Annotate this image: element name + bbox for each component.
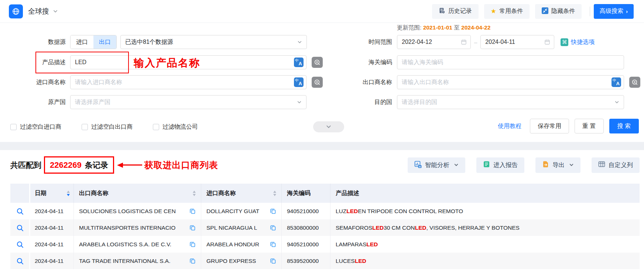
filter-checkbox[interactable]: 过滤物流公司 [153, 123, 198, 131]
topbar: 全球搜 历史记录 ★ 常用条件 隐藏条件 高级搜索 › [0, 0, 644, 23]
export-icon [542, 161, 549, 169]
exact-match-icon[interactable] [629, 77, 640, 88]
command-icon: ⌘ [561, 38, 568, 46]
advanced-search-button[interactable]: 高级搜索 › [594, 4, 634, 19]
history-button[interactable]: 历史记录 [432, 4, 479, 19]
cell-hs-code: 9405210000 [282, 236, 330, 253]
cell-importer[interactable]: DOLLARCITY GUAT [206, 208, 259, 215]
toggle-import[interactable]: 进口 [71, 35, 93, 49]
cell-importer[interactable]: ARABELA HONDUR [206, 241, 259, 248]
svg-text:BI: BI [419, 165, 421, 167]
calendar-icon [461, 39, 467, 45]
hide-conditions-button[interactable]: 隐藏条件 [535, 4, 582, 19]
annotation-text: 输入产品名称 [134, 56, 200, 70]
calendar-icon [544, 39, 550, 45]
translate-icon[interactable]: 中A [612, 77, 621, 87]
table-row: 2024-04-11 TAG TRADE INTERNATIONAL S.A. … [10, 253, 640, 269]
cell-hs-code: 8539520000 [282, 253, 330, 269]
result-actions: BI 智能分析 进入报告 导出 自定义列 [408, 157, 640, 173]
translate-icon[interactable]: 中A [294, 58, 304, 67]
row-search-icon[interactable] [16, 208, 24, 215]
chevron-down-icon[interactable] [454, 163, 459, 167]
exporter-input[interactable] [397, 75, 624, 89]
chevron-down-icon[interactable] [569, 163, 574, 167]
exact-match-icon[interactable] [312, 57, 323, 68]
cell-exporter[interactable]: SOLUCIONES LOGISTICAS DE CEN [79, 208, 176, 215]
hs-code-input[interactable] [397, 55, 624, 69]
header-importer[interactable]: 进口商名称 [201, 184, 282, 203]
header-product-desc: 产品描述 [330, 184, 640, 203]
date-to-input[interactable]: 2024-04-11 [480, 35, 554, 49]
chevron-right-icon: › [626, 8, 628, 14]
data-source-select[interactable]: 已选中81个数据源 [120, 35, 307, 49]
sort-icons[interactable] [67, 191, 70, 196]
export-button[interactable]: 导出 [535, 157, 580, 173]
collapse-icon [542, 7, 548, 15]
time-range-label: 时间范围 [340, 38, 392, 46]
save-favorite-button[interactable]: 保存常用 [530, 119, 569, 133]
exporter-label: 出口商名称 [340, 79, 392, 86]
columns-button[interactable]: 自定义列 [592, 157, 640, 173]
copy-icon[interactable] [270, 241, 276, 247]
quick-options-link[interactable]: ⌘ 快捷选项 [561, 38, 595, 46]
header-search-column [10, 184, 30, 203]
table-body: 2024-04-11 SOLUCIONES LOGISTICAS DE CEN … [10, 203, 640, 269]
cell-exporter[interactable]: TAG TRADE INTERNATIONAL S.A. [79, 258, 170, 264]
copy-icon[interactable] [270, 208, 276, 214]
title-chevron-down-icon[interactable] [53, 9, 58, 14]
sort-icons[interactable] [273, 191, 276, 196]
cell-date: 2024-04-11 [30, 236, 74, 253]
copy-icon[interactable] [189, 208, 196, 214]
reset-button[interactable]: 重 置 [575, 119, 603, 133]
importer-input[interactable] [70, 75, 306, 89]
row-search-icon[interactable] [16, 257, 24, 265]
copy-icon[interactable] [189, 241, 196, 247]
row-search-icon[interactable] [16, 241, 24, 248]
translate-icon[interactable]: 中A [294, 77, 304, 87]
row-search-icon[interactable] [16, 224, 24, 232]
results-annotation: 获取进出口商列表 [144, 159, 218, 171]
match-count-prefix: 共匹配到 [10, 160, 41, 170]
page-title: 全球搜 [28, 7, 49, 16]
cell-product-desc: LUCES LED [330, 253, 640, 269]
cell-product-desc: LAMPARAS LED [330, 236, 640, 253]
copy-icon[interactable] [270, 258, 276, 264]
copy-icon[interactable] [189, 225, 196, 231]
date-from-input[interactable]: 2022-04-12 [397, 35, 471, 49]
cell-importer[interactable]: GRUPO EXPRESS [206, 258, 256, 264]
cell-exporter[interactable]: ARABELA LOGISTICS S.A. DE C.V. [79, 241, 171, 248]
report-button[interactable]: 进入报告 [476, 157, 524, 173]
bi-analysis-button[interactable]: BI 智能分析 [408, 157, 465, 173]
form-collapse-button[interactable] [313, 121, 344, 132]
checkbox-box-icon[interactable] [153, 124, 159, 130]
header-date[interactable]: 日期 [30, 184, 74, 203]
header-exporter[interactable]: 出口商名称 [74, 184, 201, 203]
filter-checkbox[interactable]: 过滤空白出口商 [82, 123, 133, 131]
toggle-export[interactable]: 出口 [93, 35, 116, 49]
sort-icons[interactable] [193, 191, 196, 196]
search-button[interactable]: 搜 索 [609, 119, 639, 133]
tutorial-link[interactable]: 使用教程 [498, 122, 521, 130]
importer-label: 进口商名称 [10, 79, 66, 86]
checkbox-box-icon[interactable] [10, 124, 17, 130]
results-table: 日期 出口商名称 进口商名称 海关编码 产品描述 [10, 184, 640, 269]
favorites-button[interactable]: ★ 常用条件 [484, 4, 530, 19]
filter-checkbox[interactable]: 过滤空白进口商 [10, 123, 61, 131]
history-icon [439, 7, 445, 15]
data-source-label: 数据源 [10, 38, 66, 46]
destination-select[interactable]: 请选择目的国 [397, 95, 624, 109]
origin-select[interactable]: 请选择原产国 [70, 95, 306, 109]
cell-date: 2024-04-11 [30, 253, 74, 269]
checkbox-box-icon[interactable] [82, 124, 88, 130]
copy-icon[interactable] [270, 225, 276, 231]
match-count: 2262269 [50, 160, 82, 170]
search-form: 更新范围: 2021-01-01 至 2024-04-22 数据源 进口 出口 … [0, 23, 644, 142]
destination-label: 目的国 [340, 98, 392, 106]
cell-exporter[interactable]: MULTITRANSPORTES INTERNACIO [79, 225, 175, 231]
star-icon: ★ [491, 8, 496, 14]
table-row: 2024-04-11 ARABELA LOGISTICS S.A. DE C.V… [10, 236, 640, 253]
copy-icon[interactable] [189, 258, 196, 264]
table-row: 2024-04-11 SOLUCIONES LOGISTICAS DE CEN … [10, 203, 640, 219]
cell-importer[interactable]: SPL NICARAGUA L [206, 225, 257, 231]
exact-match-icon[interactable] [312, 77, 323, 88]
